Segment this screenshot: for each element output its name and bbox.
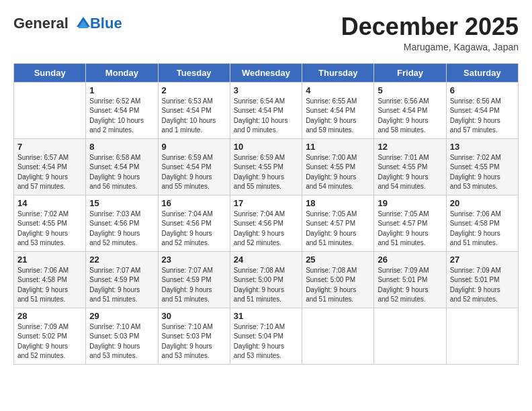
cell-5-2: 29Sunrise: 7:10 AMSunset: 5:03 PMDayligh…	[86, 308, 158, 364]
day-number: 2	[162, 85, 226, 95]
day-number: 16	[162, 198, 226, 208]
cell-1-3: 2Sunrise: 6:53 AMSunset: 4:54 PMDaylight…	[158, 82, 230, 138]
cell-info: Sunrise: 7:00 AMSunset: 4:55 PMDaylight:…	[306, 153, 370, 192]
cell-2-6: 12Sunrise: 7:01 AMSunset: 4:55 PMDayligh…	[374, 138, 446, 195]
cell-info: Sunrise: 7:02 AMSunset: 4:55 PMDaylight:…	[450, 153, 515, 192]
logo-general-text: General	[13, 15, 69, 32]
week-row-5: 28Sunrise: 7:09 AMSunset: 5:02 PMDayligh…	[14, 308, 519, 364]
cell-info: Sunrise: 7:08 AMSunset: 5:00 PMDaylight:…	[306, 266, 370, 305]
cell-info: Sunrise: 6:58 AMSunset: 4:54 PMDaylight:…	[89, 153, 154, 192]
cell-1-2: 1Sunrise: 6:52 AMSunset: 4:54 PMDaylight…	[86, 82, 158, 138]
cell-4-5: 25Sunrise: 7:08 AMSunset: 5:00 PMDayligh…	[302, 251, 374, 308]
cell-3-5: 18Sunrise: 7:05 AMSunset: 4:57 PMDayligh…	[302, 195, 374, 251]
col-header-wednesday: Wednesday	[230, 63, 302, 82]
day-number: 17	[234, 198, 298, 208]
day-number: 8	[89, 142, 154, 152]
cell-info: Sunrise: 7:10 AMSunset: 5:03 PMDaylight:…	[162, 322, 226, 361]
day-number: 5	[378, 85, 442, 95]
cell-info: Sunrise: 6:55 AMSunset: 4:54 PMDaylight:…	[306, 97, 370, 136]
cell-info: Sunrise: 7:10 AMSunset: 5:03 PMDaylight:…	[89, 322, 154, 361]
cell-1-5: 4Sunrise: 6:55 AMSunset: 4:54 PMDaylight…	[302, 82, 374, 138]
cell-info: Sunrise: 7:09 AMSunset: 5:02 PMDaylight:…	[17, 322, 82, 361]
cell-2-1: 7Sunrise: 6:57 AMSunset: 4:54 PMDaylight…	[14, 138, 86, 195]
week-row-3: 14Sunrise: 7:02 AMSunset: 4:55 PMDayligh…	[14, 195, 519, 251]
day-number: 15	[89, 198, 154, 208]
cell-info: Sunrise: 7:02 AMSunset: 4:55 PMDaylight:…	[17, 210, 82, 248]
day-number: 30	[162, 311, 226, 321]
cell-2-2: 8Sunrise: 6:58 AMSunset: 4:54 PMDaylight…	[86, 138, 158, 195]
page-header: General Blue December 2025 Marugame, Kag…	[13, 13, 519, 52]
cell-info: Sunrise: 7:06 AMSunset: 4:58 PMDaylight:…	[450, 210, 515, 248]
cell-info: Sunrise: 7:06 AMSunset: 4:58 PMDaylight:…	[17, 266, 82, 305]
day-number: 20	[450, 198, 515, 208]
day-number: 29	[89, 311, 154, 321]
cell-info: Sunrise: 7:09 AMSunset: 5:01 PMDaylight:…	[378, 266, 442, 305]
cell-4-4: 24Sunrise: 7:08 AMSunset: 5:00 PMDayligh…	[230, 251, 302, 308]
cell-5-1: 28Sunrise: 7:09 AMSunset: 5:02 PMDayligh…	[14, 308, 86, 364]
cell-2-4: 10Sunrise: 6:59 AMSunset: 4:55 PMDayligh…	[230, 138, 302, 195]
cell-4-2: 22Sunrise: 7:07 AMSunset: 4:59 PMDayligh…	[86, 251, 158, 308]
day-number: 12	[378, 142, 442, 152]
col-header-monday: Monday	[86, 63, 158, 82]
day-number: 28	[17, 311, 82, 321]
cell-info: Sunrise: 6:53 AMSunset: 4:54 PMDaylight:…	[162, 97, 226, 136]
cell-3-6: 19Sunrise: 7:05 AMSunset: 4:57 PMDayligh…	[374, 195, 446, 251]
cell-info: Sunrise: 6:54 AMSunset: 4:54 PMDaylight:…	[234, 97, 298, 136]
day-number: 26	[378, 255, 442, 265]
day-number: 11	[306, 142, 370, 152]
cell-info: Sunrise: 7:05 AMSunset: 4:57 PMDaylight:…	[306, 210, 370, 248]
day-number: 10	[234, 142, 298, 152]
cell-4-1: 21Sunrise: 7:06 AMSunset: 4:58 PMDayligh…	[14, 251, 86, 308]
cell-info: Sunrise: 6:59 AMSunset: 4:55 PMDaylight:…	[234, 153, 298, 192]
cell-3-1: 14Sunrise: 7:02 AMSunset: 4:55 PMDayligh…	[14, 195, 86, 251]
calendar-table: SundayMondayTuesdayWednesdayThursdayFrid…	[13, 63, 519, 365]
cell-info: Sunrise: 6:52 AMSunset: 4:54 PMDaylight:…	[89, 97, 154, 136]
location-subtitle: Marugame, Kagawa, Japan	[341, 42, 519, 52]
cell-2-7: 13Sunrise: 7:02 AMSunset: 4:55 PMDayligh…	[446, 138, 518, 195]
day-number: 22	[89, 255, 154, 265]
cell-info: Sunrise: 7:03 AMSunset: 4:56 PMDaylight:…	[89, 210, 154, 248]
day-number: 31	[234, 311, 298, 321]
week-row-1: 1Sunrise: 6:52 AMSunset: 4:54 PMDaylight…	[14, 82, 519, 138]
cell-4-6: 26Sunrise: 7:09 AMSunset: 5:01 PMDayligh…	[374, 251, 446, 308]
day-number: 19	[378, 198, 442, 208]
day-number: 7	[17, 142, 82, 152]
header-row: SundayMondayTuesdayWednesdayThursdayFrid…	[14, 63, 519, 82]
cell-info: Sunrise: 6:57 AMSunset: 4:54 PMDaylight:…	[17, 153, 82, 192]
cell-info: Sunrise: 6:59 AMSunset: 4:54 PMDaylight:…	[162, 153, 226, 192]
cell-info: Sunrise: 7:04 AMSunset: 4:56 PMDaylight:…	[234, 210, 298, 248]
day-number: 27	[450, 255, 515, 265]
month-title: December 2025	[341, 13, 519, 40]
cell-1-1	[14, 82, 86, 138]
week-row-4: 21Sunrise: 7:06 AMSunset: 4:58 PMDayligh…	[14, 251, 519, 308]
day-number: 3	[234, 85, 298, 95]
day-number: 4	[306, 85, 370, 95]
cell-4-7: 27Sunrise: 7:09 AMSunset: 5:01 PMDayligh…	[446, 251, 518, 308]
cell-info: Sunrise: 6:56 AMSunset: 4:54 PMDaylight:…	[378, 97, 442, 136]
day-number: 18	[306, 198, 370, 208]
cell-5-3: 30Sunrise: 7:10 AMSunset: 5:03 PMDayligh…	[158, 308, 230, 364]
day-number: 24	[234, 255, 298, 265]
cell-info: Sunrise: 7:07 AMSunset: 4:59 PMDaylight:…	[162, 266, 226, 305]
cell-1-6: 5Sunrise: 6:56 AMSunset: 4:54 PMDaylight…	[374, 82, 446, 138]
cell-info: Sunrise: 7:04 AMSunset: 4:56 PMDaylight:…	[162, 210, 226, 248]
logo-icon	[70, 13, 90, 34]
cell-1-4: 3Sunrise: 6:54 AMSunset: 4:54 PMDaylight…	[230, 82, 302, 138]
cell-3-2: 15Sunrise: 7:03 AMSunset: 4:56 PMDayligh…	[86, 195, 158, 251]
cell-info: Sunrise: 7:09 AMSunset: 5:01 PMDaylight:…	[450, 266, 515, 305]
cell-5-5	[302, 308, 374, 364]
day-number: 1	[89, 85, 154, 95]
col-header-saturday: Saturday	[446, 63, 518, 82]
cell-info: Sunrise: 7:08 AMSunset: 5:00 PMDaylight:…	[234, 266, 298, 305]
day-number: 6	[450, 85, 515, 95]
cell-3-3: 16Sunrise: 7:04 AMSunset: 4:56 PMDayligh…	[158, 195, 230, 251]
cell-5-7	[446, 308, 518, 364]
cell-info: Sunrise: 7:05 AMSunset: 4:57 PMDaylight:…	[378, 210, 442, 248]
cell-5-4: 31Sunrise: 7:10 AMSunset: 5:04 PMDayligh…	[230, 308, 302, 364]
cell-2-5: 11Sunrise: 7:00 AMSunset: 4:55 PMDayligh…	[302, 138, 374, 195]
col-header-sunday: Sunday	[14, 63, 86, 82]
day-number: 23	[162, 255, 226, 265]
cell-3-4: 17Sunrise: 7:04 AMSunset: 4:56 PMDayligh…	[230, 195, 302, 251]
cell-info: Sunrise: 6:56 AMSunset: 4:54 PMDaylight:…	[450, 97, 515, 136]
day-number: 13	[450, 142, 515, 152]
